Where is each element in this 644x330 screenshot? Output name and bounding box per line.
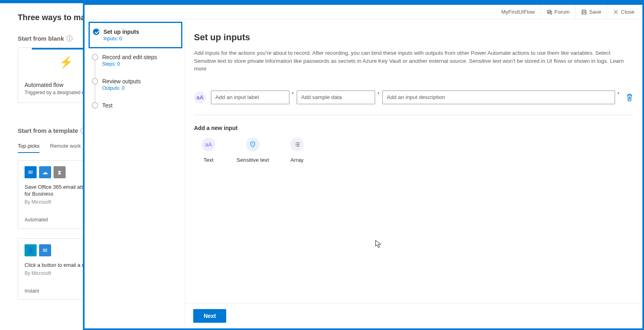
forum-button[interactable]: Forum bbox=[541, 5, 576, 19]
input-type-array[interactable]: Array bbox=[283, 138, 312, 163]
wizard-steps: Set up inputs Inputs: 0 Record and edit … bbox=[85, 19, 185, 328]
forum-icon bbox=[547, 9, 552, 15]
step-review-outputs[interactable]: Review outputs Outputs: 0 bbox=[89, 72, 182, 97]
tab-remote-work[interactable]: Remote work bbox=[50, 140, 81, 153]
app-top-bar bbox=[0, 0, 644, 3]
input-label-field[interactable] bbox=[211, 91, 289, 104]
connector-icon: ✉ bbox=[39, 244, 51, 256]
step-circle-icon bbox=[92, 78, 98, 85]
close-label: Close bbox=[621, 9, 634, 15]
required-marker: * bbox=[292, 91, 294, 97]
step-label: Record and edit steps bbox=[102, 54, 177, 60]
start-template-label: Start from a template bbox=[18, 127, 78, 134]
required-marker: * bbox=[617, 91, 620, 97]
save-button[interactable]: Save bbox=[575, 5, 607, 19]
text-type-icon: aA bbox=[194, 91, 206, 103]
section-title: Set up inputs bbox=[194, 32, 634, 43]
modal-header: MyFirstUIFlow Forum Save Close bbox=[85, 5, 642, 19]
step-set-up-inputs[interactable]: Set up inputs Inputs: 0 bbox=[89, 22, 182, 48]
connector-icon: ⧗ bbox=[54, 166, 66, 178]
close-icon bbox=[613, 9, 619, 15]
save-label: Save bbox=[589, 9, 601, 15]
main-content: Set up inputs Add inputs for the actions… bbox=[185, 19, 642, 303]
sensitive-icon bbox=[246, 138, 260, 151]
input-definition-row: aA * * * bbox=[194, 85, 634, 115]
save-icon bbox=[581, 9, 587, 15]
tab-top-picks[interactable]: Top picks bbox=[18, 140, 39, 153]
delete-icon[interactable] bbox=[625, 93, 634, 102]
connector-icon: 👤 bbox=[25, 244, 37, 256]
input-type-sensitive[interactable]: Sensitive text bbox=[238, 138, 267, 163]
next-button[interactable]: Next bbox=[193, 309, 226, 323]
step-sub: Steps: 0 bbox=[102, 61, 177, 67]
step-record-edit[interactable]: Record and edit steps Steps: 0 bbox=[89, 48, 182, 72]
text-icon: aA bbox=[202, 138, 215, 151]
array-icon bbox=[290, 138, 304, 151]
info-icon: i bbox=[66, 35, 72, 41]
step-circle-icon bbox=[92, 54, 98, 60]
connector-icon: ☁ bbox=[39, 166, 51, 178]
section-description: Add inputs for the actions you're about … bbox=[194, 49, 634, 73]
step-label: Test bbox=[102, 102, 177, 109]
type-label: Text bbox=[204, 157, 214, 163]
start-from-blank-label: Start from blank bbox=[18, 35, 64, 42]
step-label: Review outputs bbox=[102, 78, 177, 85]
input-type-text[interactable]: aA Text bbox=[194, 138, 223, 163]
input-sample-field[interactable] bbox=[297, 91, 375, 104]
connector-icon: ✉ bbox=[25, 166, 37, 178]
input-description-field[interactable] bbox=[382, 91, 615, 104]
required-marker: * bbox=[378, 91, 380, 97]
add-new-input-label: Add a new input bbox=[194, 125, 634, 131]
step-sub: Inputs: 0 bbox=[103, 36, 175, 41]
flow-icon: ⚡ bbox=[59, 56, 73, 69]
step-sub: Outputs: 0 bbox=[102, 85, 177, 91]
type-label: Sensitive text bbox=[237, 157, 269, 163]
input-type-options: aA Text Sensitive text Array bbox=[194, 138, 634, 163]
step-circle-icon bbox=[92, 102, 98, 109]
ui-flow-modal: MyFirstUIFlow Forum Save Close Set up in… bbox=[83, 3, 644, 330]
type-label: Array bbox=[291, 157, 303, 163]
step-done-icon bbox=[93, 29, 99, 35]
close-button[interactable]: Close bbox=[607, 5, 640, 19]
step-label: Set up inputs bbox=[103, 29, 175, 35]
forum-label: Forum bbox=[555, 9, 570, 15]
step-test[interactable]: Test bbox=[89, 97, 182, 114]
flow-name-label: MyFirstUIFlow bbox=[496, 5, 541, 19]
modal-footer: Next bbox=[185, 303, 642, 328]
